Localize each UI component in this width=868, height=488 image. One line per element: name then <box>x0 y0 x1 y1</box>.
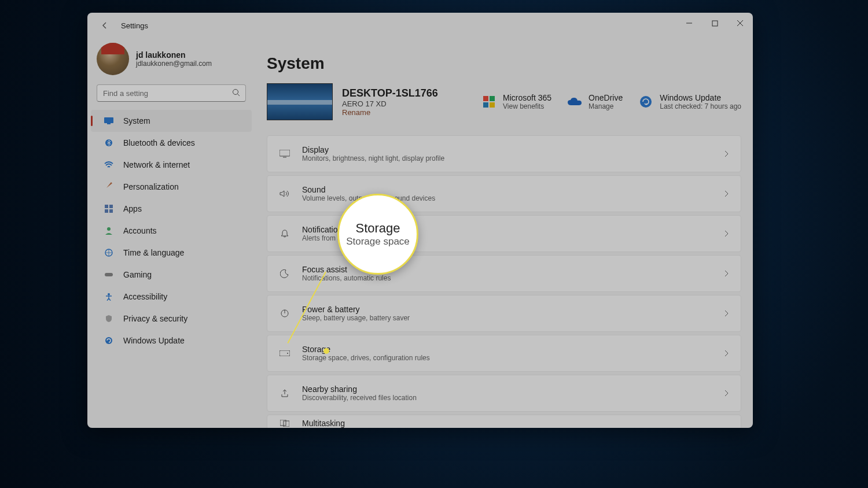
sidebar-nav: System Bluetooth & devices Network & int… <box>87 110 255 352</box>
callout-sub: Storage space <box>346 236 410 247</box>
sidebar-item-label: Bluetooth & devices <box>123 138 195 147</box>
apps-icon <box>104 204 114 214</box>
search-input[interactable] <box>97 84 246 102</box>
tile-title: OneDrive <box>589 93 623 102</box>
rename-link[interactable]: Rename <box>342 108 438 117</box>
chevron-right-icon <box>724 190 729 197</box>
maximize-button[interactable] <box>702 13 727 34</box>
row-title: Power & battery <box>302 305 724 314</box>
shield-icon <box>104 313 114 324</box>
sidebar-item-label: Apps <box>123 204 142 213</box>
svg-point-13 <box>107 227 111 231</box>
device-name: DESKTOP-1SL1766 <box>342 87 438 99</box>
callout-title: Storage <box>355 221 400 236</box>
back-button[interactable] <box>97 17 113 34</box>
monitor-icon <box>104 116 114 126</box>
sidebar-item-gaming[interactable]: Gaming <box>87 264 255 286</box>
storage-callout: Storage Storage space <box>337 194 418 275</box>
microsoft365-icon <box>481 94 497 110</box>
row-sound[interactable]: Sound Volume levels, output, input, soun… <box>267 175 741 212</box>
callout-anchor-dot <box>323 348 329 354</box>
window-title: Settings <box>121 21 148 30</box>
sidebar-item-label: Time & language <box>123 248 184 257</box>
row-title: Sound <box>302 185 724 194</box>
chevron-right-icon <box>724 390 729 397</box>
svg-rect-23 <box>279 150 290 156</box>
gamepad-icon <box>104 269 114 280</box>
svg-rect-19 <box>490 96 495 101</box>
sidebar-item-time[interactable]: Time & language <box>87 242 255 264</box>
svg-point-22 <box>640 96 652 108</box>
globe-icon <box>104 247 114 258</box>
row-display[interactable]: Display Monitors, brightness, night ligh… <box>267 135 741 172</box>
sidebar-item-label: Windows Update <box>123 336 185 345</box>
sidebar-item-label: Personalization <box>123 182 179 191</box>
chevron-right-icon <box>724 310 729 317</box>
svg-point-4 <box>233 90 238 95</box>
row-multitasking[interactable]: Multitasking <box>267 415 741 428</box>
row-title: Storage <box>302 345 724 354</box>
page-title: System <box>267 54 741 73</box>
sidebar-item-label: System <box>123 116 150 125</box>
svg-rect-18 <box>483 96 488 101</box>
sidebar-item-accounts[interactable]: Accounts <box>87 220 255 242</box>
titlebar: Settings <box>87 13 753 38</box>
sidebar-item-accessibility[interactable]: Accessibility <box>87 286 255 308</box>
minimize-button[interactable] <box>676 13 702 34</box>
sidebar-item-privacy[interactable]: Privacy & security <box>87 308 255 330</box>
arrow-left-icon <box>101 21 109 29</box>
sidebar-item-network[interactable]: Network & internet <box>87 154 255 176</box>
settings-window: Settings jd laukkonen jdlaukkonen@gmail.… <box>87 13 753 428</box>
svg-rect-12 <box>109 209 113 213</box>
sidebar-item-bluetooth[interactable]: Bluetooth & devices <box>87 132 255 154</box>
tile-onedrive[interactable]: OneDrive Manage <box>567 93 623 110</box>
device-row: DESKTOP-1SL1766 AERO 17 XD Rename Micros… <box>267 83 741 120</box>
svg-rect-1 <box>712 21 718 26</box>
row-title: Nearby sharing <box>302 385 724 394</box>
tile-windows-update[interactable]: Windows Update Last checked: 7 hours ago <box>638 93 741 110</box>
svg-point-17 <box>105 337 112 344</box>
sidebar-item-system[interactable]: System <box>91 110 252 132</box>
sidebar-item-label: Accounts <box>123 226 157 235</box>
bell-icon <box>279 228 290 239</box>
svg-rect-21 <box>490 102 495 108</box>
row-sub: Discoverability, received files location <box>302 394 724 402</box>
display-icon <box>279 148 290 160</box>
content: jd laukkonen jdlaukkonen@gmail.com Syste… <box>87 38 753 428</box>
svg-rect-9 <box>105 205 108 208</box>
brush-icon <box>104 182 114 192</box>
svg-rect-10 <box>109 205 113 208</box>
sidebar-item-label: Gaming <box>123 270 152 279</box>
svg-point-16 <box>108 293 110 295</box>
svg-rect-20 <box>483 102 488 108</box>
close-button[interactable] <box>727 13 753 34</box>
tile-title: Microsoft 365 <box>503 93 551 102</box>
accessibility-icon <box>104 291 114 302</box>
svg-rect-11 <box>105 209 108 213</box>
row-power-battery[interactable]: Power & battery Sleep, battery usage, ba… <box>267 295 741 332</box>
device-info: DESKTOP-1SL1766 AERO 17 XD Rename <box>342 87 438 117</box>
sidebar-item-update[interactable]: Windows Update <box>87 330 255 352</box>
multitasking-icon <box>279 417 290 428</box>
sidebar-item-label: Network & internet <box>123 160 190 169</box>
share-icon <box>279 387 290 399</box>
row-focus-assist[interactable]: Focus assist Notifications, automatic ru… <box>267 255 741 292</box>
sync-icon <box>104 335 114 346</box>
search-icon <box>232 88 240 97</box>
onedrive-icon <box>567 94 583 110</box>
row-nearby-sharing[interactable]: Nearby sharing Discoverability, received… <box>267 375 741 412</box>
row-storage[interactable]: Storage Storage space, drives, configura… <box>267 335 741 372</box>
sidebar-item-personalization[interactable]: Personalization <box>87 176 255 198</box>
row-title: Multitasking <box>302 419 729 428</box>
storage-icon <box>279 347 290 359</box>
device-model: AERO 17 XD <box>342 99 438 108</box>
minimize-icon <box>686 20 693 27</box>
sidebar-item-label: Privacy & security <box>123 314 187 323</box>
wifi-icon <box>104 160 114 170</box>
sidebar-item-apps[interactable]: Apps <box>87 198 255 220</box>
tile-microsoft365[interactable]: Microsoft 365 View benefits <box>481 93 551 110</box>
windows-update-icon <box>638 94 654 110</box>
profile-card[interactable]: jd laukkonen jdlaukkonen@gmail.com <box>87 43 255 84</box>
moon-icon <box>279 268 290 279</box>
avatar <box>97 43 129 75</box>
